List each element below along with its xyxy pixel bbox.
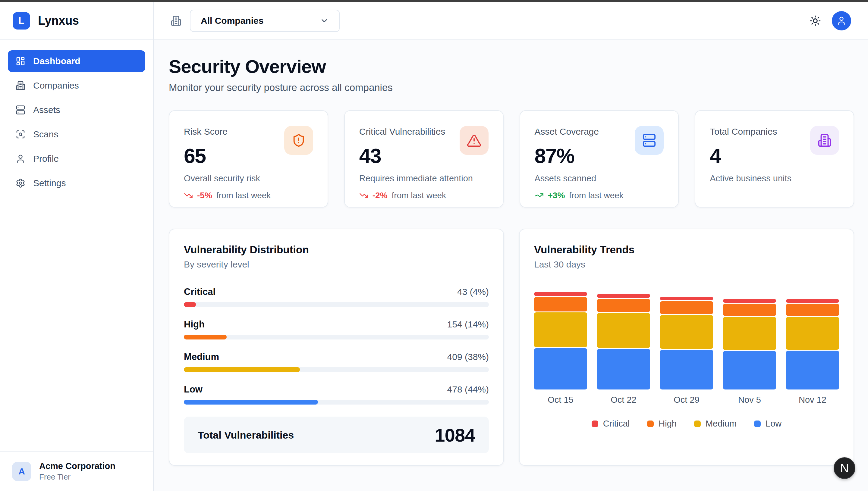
distribution-row-high: High 154 (14%) (184, 319, 489, 340)
legend-label: Medium (705, 419, 736, 429)
legend-dot (694, 421, 701, 427)
stat-cards-row: Risk Score 65 Overall security risk -5% … (169, 110, 854, 207)
bar-segment-low (534, 348, 587, 389)
stacked-bar (660, 297, 713, 389)
progress-fill (184, 335, 227, 340)
bar-segment-high (723, 304, 776, 316)
bar-segment-high (786, 304, 839, 316)
severity-value: 43 (4%) (457, 287, 489, 297)
trending-up-icon (535, 191, 544, 200)
progress-track (184, 302, 489, 307)
trend-delta: +3% (548, 191, 565, 200)
bar-segment-critical (660, 297, 713, 300)
stat-trend: -2% from last week (359, 191, 488, 200)
stacked-bar (597, 294, 650, 389)
stacked-bar (723, 299, 776, 389)
company-filter-value: All Companies (201, 16, 263, 26)
server-icon (16, 105, 25, 115)
severity-value: 154 (14%) (447, 319, 489, 329)
vulnerability-trends-panel: Vulnerability Trends Last 30 days Oct 15… (519, 229, 854, 466)
bar-segment-low (723, 351, 776, 389)
brand-logo: L (13, 12, 30, 30)
progress-track (184, 335, 489, 340)
progress-fill (184, 302, 196, 307)
stat-description: Requires immediate attention (359, 174, 488, 183)
theme-toggle-button[interactable] (807, 13, 823, 29)
bar-segment-high (660, 301, 713, 314)
vulnerability-distribution-panel: Vulnerability Distribution By severity l… (169, 229, 504, 466)
stat-description: Active business units (710, 174, 839, 183)
bar-segment-medium (660, 315, 713, 349)
severity-label: Critical (184, 286, 216, 297)
server-icon (635, 126, 664, 155)
trend-delta: -5% (197, 191, 212, 200)
sidebar-item-profile[interactable]: Profile (8, 148, 145, 170)
sidebar-item-dashboard[interactable]: Dashboard (8, 50, 145, 72)
legend-label: High (659, 419, 677, 429)
distribution-row-medium: Medium 409 (38%) (184, 351, 489, 372)
progress-fill (184, 367, 300, 372)
trend-suffix: from last week (216, 191, 271, 200)
legend-dot (647, 421, 654, 427)
progress-track (184, 400, 489, 405)
sidebar-item-assets[interactable]: Assets (8, 99, 145, 121)
sidebar-item-label: Profile (33, 154, 59, 164)
page-subtitle: Monitor your security posture across all… (169, 82, 854, 93)
legend-label: Critical (603, 419, 630, 429)
panel-subtitle: By severity level (184, 259, 489, 269)
distribution-row-critical: Critical 43 (4%) (184, 286, 489, 307)
user-icon (837, 16, 846, 26)
panel-title: Vulnerability Trends (534, 244, 839, 256)
org-switcher[interactable]: A Acme Corporation Free Tier (0, 451, 153, 491)
page-title: Security Overview (169, 56, 854, 77)
sidebar-item-scans[interactable]: Scans (8, 123, 145, 145)
x-axis-label: Oct 22 (597, 395, 650, 405)
x-axis-label: Oct 15 (534, 395, 587, 405)
severity-label: Medium (184, 351, 219, 363)
total-value: 1084 (435, 425, 475, 446)
topbar: All Companies (154, 2, 868, 40)
distribution-rows: Critical 43 (4%) High 154 (14%) (184, 286, 489, 405)
legend-item-low: Low (754, 419, 782, 429)
chevron-down-icon (320, 16, 329, 25)
org-tier: Free Tier (39, 472, 115, 482)
building-icon (810, 126, 839, 155)
sidebar-item-companies[interactable]: Companies (8, 75, 145, 96)
bar-segment-low (786, 351, 839, 389)
legend-label: Low (765, 419, 782, 429)
shield-alert-icon (284, 126, 313, 155)
app-window: L Lynxus Dashboard Companies Assets (0, 2, 868, 491)
progress-fill (184, 400, 318, 405)
building-icon (171, 16, 181, 26)
triangle-alert-icon (459, 126, 488, 155)
bar-segment-critical (786, 299, 839, 303)
stat-trend: -5% from last week (184, 191, 313, 200)
total-label: Total Vulnerabilities (198, 429, 294, 441)
sidebar-item-settings[interactable]: Settings (8, 172, 145, 194)
company-filter-select[interactable]: All Companies (190, 10, 340, 32)
stat-description: Overall security risk (184, 174, 313, 183)
dashboard-icon (16, 56, 25, 66)
org-avatar: A (12, 462, 31, 481)
legend-dot (754, 421, 761, 427)
panels-row: Vulnerability Distribution By severity l… (169, 229, 854, 466)
bar-segment-medium (723, 317, 776, 350)
user-menu-button[interactable] (832, 11, 851, 30)
scan-search-icon (16, 129, 25, 139)
main-area: All Companies Security Overview Monitor … (154, 2, 868, 491)
x-axis-label: Oct 29 (660, 395, 713, 405)
brand-name: Lynxus (38, 14, 79, 27)
panel-subtitle: Last 30 days (534, 259, 839, 269)
stat-card-critical-vulnerabilities: Critical Vulnerabilities 43 Requires imm… (344, 110, 504, 207)
nextjs-dev-badge[interactable]: N (834, 457, 855, 479)
bar-segment-critical (723, 299, 776, 303)
bar-segment-critical (597, 294, 650, 298)
sidebar-item-label: Scans (33, 129, 58, 140)
severity-value: 478 (44%) (447, 384, 489, 395)
trend-suffix: from last week (569, 191, 623, 200)
bar-segment-medium (786, 317, 839, 350)
dashboard-content: Security Overview Monitor your security … (154, 40, 868, 491)
sidebar-item-label: Assets (33, 105, 60, 115)
trend-suffix: from last week (392, 191, 446, 200)
legend-item-critical: Critical (592, 419, 630, 429)
